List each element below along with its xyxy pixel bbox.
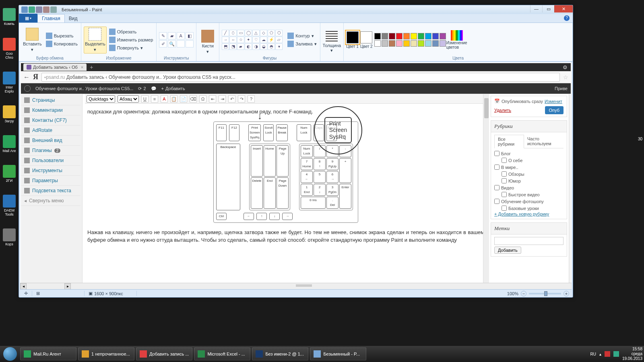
category-checkbox[interactable]: Быстрое видео bbox=[494, 191, 564, 198]
tag-input[interactable] bbox=[494, 237, 564, 245]
zoom-slider[interactable] bbox=[529, 293, 561, 294]
taskbar-item[interactable]: Mail.Ru Агент bbox=[20, 348, 76, 360]
palette-swatch[interactable] bbox=[374, 40, 381, 47]
palette-swatch[interactable] bbox=[382, 33, 388, 39]
palette-swatch[interactable] bbox=[374, 33, 381, 39]
maximize-button[interactable]: ▭ bbox=[542, 5, 554, 12]
minimize-button[interactable]: ― bbox=[530, 5, 542, 12]
shape-gallery[interactable]: ╱⬯▭◯△◇⬠⬡ →↔☆✦♡☁⚡▱ ⬒⬔▰◐◑◒◓▾ bbox=[222, 30, 283, 50]
desktop-icon[interactable]: Goo Chro bbox=[2, 38, 17, 60]
wordpress-icon[interactable] bbox=[24, 85, 31, 92]
shape-outline[interactable]: Контур ▾ bbox=[287, 32, 317, 39]
category-checkbox[interactable]: Юмор bbox=[494, 177, 564, 184]
sidebar-item-comments[interactable]: Комментарии bbox=[21, 105, 80, 115]
browser-tab[interactable]: Добавить запись ‹ Об× bbox=[23, 64, 87, 71]
palette-swatch[interactable] bbox=[396, 33, 402, 39]
add-tag-button[interactable]: Добавить bbox=[494, 247, 521, 254]
help-button[interactable]: ? bbox=[248, 95, 255, 103]
resize-button[interactable]: Изменить размер bbox=[108, 36, 154, 43]
palette-swatch[interactable] bbox=[425, 40, 431, 47]
clear-button[interactable]: ⌫ bbox=[190, 95, 197, 103]
wp-refresh[interactable]: ⟳ 2 bbox=[138, 86, 146, 91]
thickness-button[interactable]: Толщина▾ bbox=[323, 31, 341, 53]
taskbar-item[interactable]: 1 непрочитанное... bbox=[78, 348, 134, 360]
palette-swatch[interactable] bbox=[425, 33, 431, 39]
sidebar-item-contacts[interactable]: Контакты (CF7) bbox=[21, 115, 80, 125]
crop-button[interactable]: Обрезать bbox=[108, 28, 154, 35]
gear-icon[interactable]: ⚙ bbox=[563, 64, 568, 70]
desktop-icon[interactable]: Компь bbox=[2, 8, 17, 26]
taskbar-item[interactable]: Без имени-2 @ 1... bbox=[252, 348, 308, 360]
sidebar-item-users[interactable]: Пользователи bbox=[21, 156, 80, 166]
zoom-in-button[interactable]: + bbox=[564, 291, 569, 296]
block-select[interactable]: Абзац bbox=[118, 95, 139, 103]
desktop-icon[interactable]: Inter Explo bbox=[2, 72, 17, 93]
tool-grid[interactable]: ✎▰A◧ ✐🔍 bbox=[159, 32, 194, 47]
paint-titlebar[interactable]: Безымянный - Paint ― ▭ ✕ bbox=[19, 5, 573, 14]
taskbar-item[interactable]: Microsoft Excel - ... bbox=[194, 348, 250, 360]
palette-swatch[interactable] bbox=[432, 33, 439, 39]
paint-canvas[interactable]: Добавить запись ‹ Об× + ⚙ ← Я ▫psand.ruД… bbox=[20, 62, 572, 289]
palette-swatch[interactable] bbox=[418, 33, 424, 39]
category-checkbox[interactable]: О себе bbox=[494, 157, 564, 164]
palette-swatch[interactable] bbox=[389, 33, 395, 39]
desktop-icon[interactable]: DAEM Tools bbox=[2, 195, 17, 216]
format-select[interactable]: Quicktags bbox=[87, 95, 115, 103]
char-button[interactable]: Ω bbox=[199, 95, 206, 103]
category-checkbox[interactable]: Базовые уроки bbox=[494, 205, 564, 212]
start-button[interactable] bbox=[2, 346, 19, 362]
tray-chevron-icon[interactable]: ▴ bbox=[599, 352, 601, 356]
palette-swatch[interactable] bbox=[418, 40, 424, 47]
add-category-link[interactable]: + Добавить новую рубрику bbox=[494, 212, 549, 216]
taskbar-item[interactable]: Безымянный - P... bbox=[310, 348, 366, 360]
help-icon[interactable]: ? bbox=[564, 15, 570, 21]
palette-swatch[interactable] bbox=[411, 33, 417, 39]
underline-button[interactable]: U bbox=[141, 95, 149, 103]
palette-swatch[interactable] bbox=[440, 33, 446, 39]
wp-comments[interactable]: 💬 bbox=[151, 86, 157, 91]
wp-add[interactable]: + Добавить bbox=[161, 86, 185, 91]
sidebar-item-plugins[interactable]: Плагины2 bbox=[21, 146, 80, 156]
category-checkbox[interactable]: Видео bbox=[494, 184, 564, 191]
palette-swatch[interactable] bbox=[432, 40, 439, 47]
publish-button[interactable]: Опуб bbox=[545, 106, 564, 114]
desktop-icon[interactable]: 2ГИ bbox=[2, 165, 17, 183]
cat-tab-freq[interactable]: Часто используем bbox=[524, 135, 564, 148]
yandex-logo[interactable]: Я bbox=[33, 73, 38, 81]
brushes-button[interactable]: Кисти▾ bbox=[199, 29, 217, 55]
close-icon[interactable]: × bbox=[81, 65, 83, 70]
bookmark-icon[interactable]: ☆ bbox=[563, 74, 568, 80]
wp-greeting[interactable]: Приве bbox=[555, 86, 568, 91]
desktop-icon[interactable]: Загру bbox=[2, 105, 17, 123]
cat-tab-all[interactable]: Все рубрики bbox=[494, 135, 524, 148]
editor-content[interactable]: подсказки для ориентира: должна находитс… bbox=[85, 104, 487, 277]
category-checkbox[interactable]: Обучение фотошопу bbox=[494, 198, 564, 205]
palette-swatch[interactable] bbox=[396, 40, 402, 47]
cut-button[interactable]: Вырезать bbox=[45, 32, 78, 39]
editor-scrollbar[interactable] bbox=[483, 94, 489, 288]
edit-publish-link[interactable]: Изменит bbox=[545, 99, 562, 104]
sidebar-item-tools[interactable]: Инструменты bbox=[21, 166, 80, 176]
rotate-button[interactable]: Повернуть ▾ bbox=[108, 44, 154, 51]
tab-view[interactable]: Вид bbox=[65, 14, 82, 23]
color-palette[interactable] bbox=[374, 33, 446, 47]
copy-button[interactable]: Копировать bbox=[45, 40, 78, 47]
palette-swatch[interactable] bbox=[411, 40, 417, 47]
taskbar-item[interactable]: Добавить запись ... bbox=[136, 348, 192, 360]
lang-indicator[interactable]: RU bbox=[590, 352, 596, 356]
redo-button[interactable]: ↷ bbox=[238, 95, 245, 103]
palette-swatch[interactable] bbox=[403, 40, 410, 47]
palette-swatch[interactable] bbox=[440, 40, 446, 47]
tab-home[interactable]: Главная bbox=[37, 14, 65, 23]
align-button[interactable]: ≡ bbox=[151, 95, 158, 103]
select-button[interactable]: Выделить▾ bbox=[84, 27, 107, 53]
category-checkbox[interactable]: Обзоры bbox=[494, 171, 564, 177]
palette-swatch[interactable] bbox=[403, 33, 410, 39]
palette-swatch[interactable] bbox=[389, 40, 395, 47]
back-button[interactable]: ← bbox=[23, 74, 30, 81]
undo-button[interactable]: ↶ bbox=[228, 95, 235, 103]
sidebar-item-settings[interactable]: Параметры bbox=[21, 176, 80, 186]
shape-fill[interactable]: Заливка ▾ bbox=[287, 40, 317, 47]
indent-button[interactable]: ⇥ bbox=[219, 95, 226, 103]
desktop-icon[interactable]: Mail Аге bbox=[2, 135, 17, 153]
